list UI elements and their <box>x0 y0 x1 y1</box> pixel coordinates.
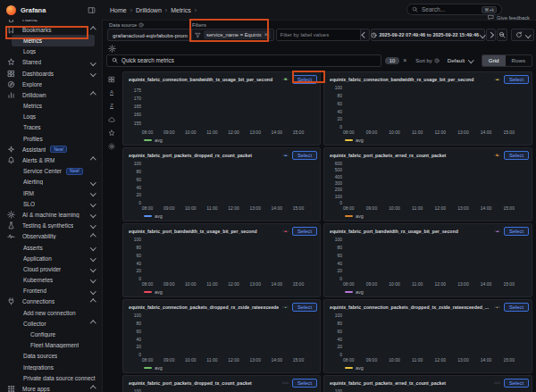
sidebar-item-ai-machine-learning[interactable]: AI & machine learning <box>0 209 102 220</box>
sidebar-item-assistant[interactable]: AssistantNew! <box>0 144 102 154</box>
select-button[interactable]: Select <box>504 75 529 84</box>
sidebar-item-kubernetes[interactable]: Kubernetes <box>0 275 102 286</box>
x-tick-label: 10:00 <box>185 205 197 211</box>
star-icon[interactable] <box>108 129 115 137</box>
sidebar-item-metrics[interactable]: Metrics <box>12 35 95 46</box>
sidebar-item-drilldown[interactable]: Drilldown <box>0 89 102 100</box>
sidebar-item-more-apps[interactable]: More apps <box>0 383 102 392</box>
sidebar-item-application[interactable]: Application <box>0 253 102 263</box>
sidebar-item-service-center[interactable]: Service CenterNew! <box>0 166 102 177</box>
remove-filter-icon[interactable]: × <box>264 32 268 38</box>
x-axis-labels: 08:0009:0010:0011:0012:0013:0014:0015:00 <box>345 281 528 288</box>
select-button[interactable]: Select <box>292 379 317 388</box>
sort-asc-icon[interactable]: A <box>110 88 113 96</box>
breadcrumb-metrics[interactable]: Metrics <box>171 7 191 13</box>
filter-label-values-input[interactable]: Filter by label values <box>276 29 369 41</box>
time-shift-forward-button[interactable] <box>486 29 496 41</box>
eye-icon[interactable] <box>494 76 500 82</box>
sidebar-item-logs[interactable]: Logs <box>0 112 102 122</box>
time-range-picker[interactable]: 2025-09-22 07:49:46 to 2025-09-22 15:49:… <box>371 29 485 41</box>
refresh-button[interactable] <box>511 29 534 41</box>
clear-count-icon[interactable]: × <box>403 57 406 63</box>
zoom-out-time-button[interactable] <box>497 29 507 41</box>
x-axis-labels: 08:0009:0010:0011:0012:0013:0014:0015:00 <box>345 129 528 136</box>
breadcrumb-home[interactable]: Home <box>110 7 127 13</box>
sidebar-item-integrations[interactable]: Integrations <box>0 362 102 372</box>
sidebar-item-irm[interactable]: IRM <box>0 188 102 198</box>
sidebar-item-data-sources[interactable]: Data sources <box>0 351 102 362</box>
sidebar-item-fleet-management[interactable]: Fleet Management <box>0 340 102 351</box>
sidebar-item-bookmarks[interactable]: Bookmarks <box>0 24 102 35</box>
select-button[interactable]: Select <box>504 151 529 160</box>
sidebar-item-alerting[interactable]: Alerting <box>0 177 102 188</box>
cloud-icon[interactable] <box>108 115 115 123</box>
filter-pill[interactable]: service_name = Equinix × <box>204 30 271 39</box>
select-button[interactable]: Select <box>292 75 317 84</box>
x-tick-label: 13:00 <box>249 357 261 363</box>
metrics-toolbar: Quick search metrics 10 × Sort by Defaul… <box>106 54 532 67</box>
sidebar-item-label: Testing & synthetics <box>22 222 73 229</box>
grid-icon[interactable] <box>108 75 115 83</box>
select-button[interactable]: Select <box>292 303 317 312</box>
eye-icon[interactable] <box>282 228 289 234</box>
sidebar-item-dashboards[interactable]: Dashboards <box>0 68 102 79</box>
quick-search-input[interactable]: Quick search metrics <box>106 54 381 67</box>
sort-select[interactable]: Default <box>443 54 478 67</box>
sidebar-item-metrics[interactable]: Metrics <box>0 101 102 112</box>
eye-icon[interactable] <box>282 379 289 386</box>
sidebar-item-alerts-irm[interactable]: Alerts & IRM <box>0 154 102 165</box>
y-tick-label: 60 <box>324 254 342 258</box>
sidebar-item-slo[interactable]: SLO <box>0 198 102 209</box>
sidebar-item-asserts[interactable]: Asserts <box>0 242 102 253</box>
eye-icon[interactable] <box>282 152 289 158</box>
eye-icon[interactable] <box>494 304 500 310</box>
time-shift-back-button[interactable] <box>360 29 370 41</box>
eye-icon[interactable] <box>494 152 500 158</box>
select-button[interactable]: Select <box>292 227 317 236</box>
sidebar-item-configure[interactable]: Configure <box>0 329 102 339</box>
legend-label[interactable]: avg <box>356 213 364 219</box>
legend-label[interactable]: avg <box>356 289 364 295</box>
select-button[interactable]: Select <box>504 227 529 236</box>
legend-label[interactable]: avg <box>356 365 364 371</box>
sidebar-item-testing-synthetics[interactable]: Testing & synthetics <box>0 221 102 231</box>
legend-label[interactable]: avg <box>356 138 364 143</box>
x-tick-label: 11:00 <box>412 281 423 287</box>
x-tick-label: 08:00 <box>142 357 154 363</box>
sidebar-item-connections[interactable]: Connections <box>0 296 102 307</box>
gear-icon[interactable] <box>108 142 115 150</box>
sidebar-item-private-data-source-connect[interactable]: Private data source connect <box>0 372 102 383</box>
sidebar-item-starred[interactable]: Starred <box>0 57 102 68</box>
breadcrumb-drilldown[interactable]: Drilldown <box>136 7 162 13</box>
chevron-up-icon <box>90 92 96 97</box>
eye-icon[interactable] <box>282 76 289 82</box>
grid-view-button[interactable]: Grid <box>482 55 506 66</box>
select-button[interactable]: Select <box>504 379 529 388</box>
sidebar-item-profiles[interactable]: Profiles <box>0 133 102 144</box>
legend-label[interactable]: avg <box>155 289 163 295</box>
legend-label[interactable]: avg <box>155 213 163 219</box>
eye-icon[interactable] <box>282 304 289 310</box>
legend-label[interactable]: avg <box>155 138 163 143</box>
dock-sidebar-icon[interactable] <box>88 6 96 14</box>
sort-desc-icon[interactable]: Z <box>110 102 113 110</box>
datasource-settings-button[interactable] <box>108 45 116 53</box>
eye-icon[interactable] <box>494 228 500 234</box>
select-button[interactable]: Select <box>292 151 317 160</box>
sidebar-item-cloud-provider[interactable]: Cloud provider <box>0 263 102 274</box>
zoom-out-icon <box>498 31 506 38</box>
rows-view-button[interactable]: Rows <box>506 55 532 66</box>
eye-icon[interactable] <box>494 379 500 386</box>
sidebar-item-add-new-connection[interactable]: Add new connection <box>0 307 102 318</box>
sidebar-item-frontend[interactable]: Frontend <box>0 286 102 296</box>
sidebar-item-explore[interactable]: Explore <box>0 79 102 89</box>
legend-label[interactable]: avg <box>155 365 163 371</box>
give-feedback-link[interactable]: Give feedback <box>488 14 530 21</box>
select-button[interactable]: Select <box>504 303 529 312</box>
sidebar-item-traces[interactable]: Traces <box>0 122 102 133</box>
sidebar-item-collector[interactable]: Collector <box>0 318 102 329</box>
sidebar-item-logs[interactable]: Logs <box>0 46 102 57</box>
sidebar-item-observability[interactable]: Observability <box>0 231 102 242</box>
funnel-icon[interactable] <box>195 32 201 38</box>
home-icon <box>7 20 15 23</box>
